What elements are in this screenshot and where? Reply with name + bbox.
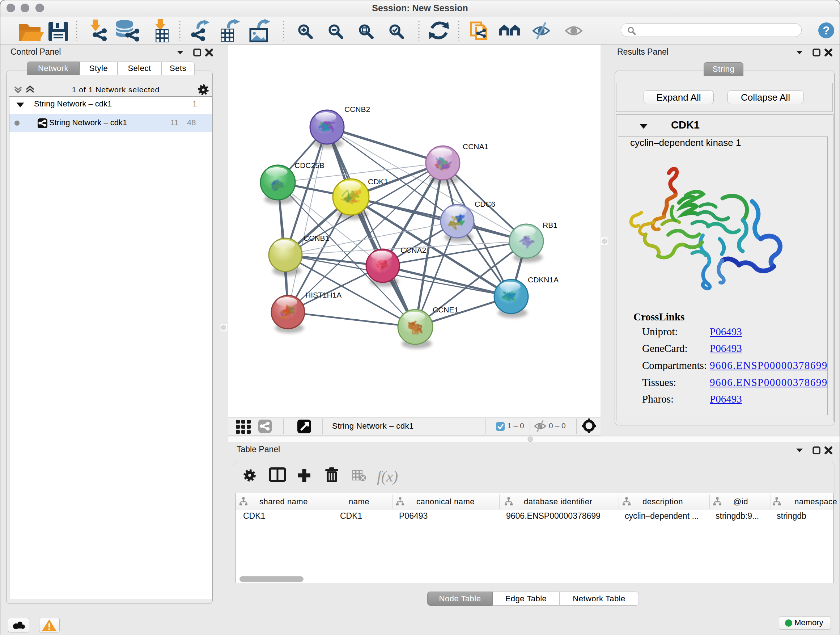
svg-text:?: ? [823, 24, 830, 37]
svg-text:f(x): f(x) [377, 468, 398, 485]
